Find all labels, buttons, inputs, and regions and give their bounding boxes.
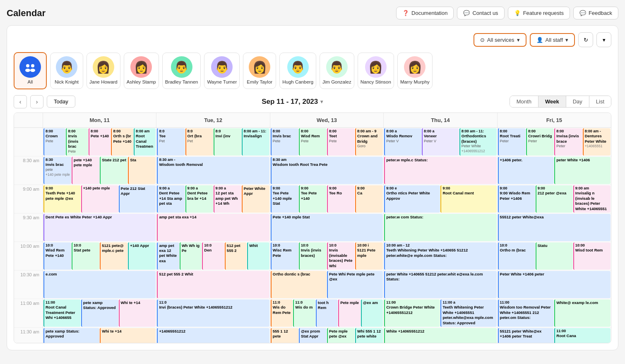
event-block[interactable]: Pete Whi Pete mple pete @ex: [327, 271, 383, 298]
event-block[interactable]: 9:00 amInvisalig n (invisab le braces) P…: [573, 185, 611, 213]
event-block[interactable]: 9:00 aDent Petee +14 Sta amp pet sta: [157, 185, 185, 213]
staff-item-hugh-canberg[interactable]: 👨Hugh Canberg: [279, 53, 316, 89]
event-block[interactable]: 8:00 Pete +140: [89, 128, 111, 156]
event-block[interactable]: 11:0Wis do m: [293, 299, 315, 327]
event-block[interactable]: Pete mple pete @ex: [327, 328, 355, 343]
event-block[interactable]: 8:00 Root Treati Peter: [498, 128, 526, 156]
view-btn-list[interactable]: List: [589, 96, 611, 107]
prev-button[interactable]: ‹: [14, 95, 27, 108]
next-button[interactable]: ›: [30, 95, 43, 108]
event-block[interactable]: Peter White Appr: [242, 185, 269, 213]
event-block[interactable]: 9:00Tee Pete +140 mple Stat: [271, 185, 298, 213]
event-block[interactable]: Pete 212 Stat Appr: [119, 185, 156, 213]
event-block[interactable]: 10:0Stat pete: [72, 242, 99, 270]
event-block[interactable]: @ex am: [361, 299, 383, 327]
staff-item-nick-knight[interactable]: 👨Nick Knight: [50, 53, 83, 89]
event-block[interactable]: 10:0Ortho m (brac: [498, 242, 535, 270]
event-block[interactable]: 8:00 Wisd Rem Pete: [299, 128, 327, 156]
feature-requests-button[interactable]: 💡 Feature requests: [508, 7, 570, 19]
event-block[interactable]: 11:00 aTeeth Whitening Peter White +1406…: [440, 299, 496, 327]
event-block[interactable]: amp pet sta exa +14: [157, 214, 269, 241]
event-block[interactable]: 10:0Invis (invis braces): [299, 242, 327, 270]
staff-item-marry-murphy[interactable]: 👩Marry Murphy: [397, 53, 433, 89]
event-block[interactable]: 8:00 a Veneer Peter V: [422, 128, 459, 156]
event-block[interactable]: 8:30Invis bracpete+140 pete mple: [43, 157, 71, 184]
event-block[interactable]: pete +140 pete mple: [72, 157, 99, 184]
staff-item-emily-taylor[interactable]: 👩Emily Taylor: [243, 53, 276, 89]
event-block[interactable]: State 212 pet: [100, 157, 127, 184]
event-block[interactable]: 9:00Ca: [355, 185, 383, 213]
event-block[interactable]: +14065551212: [157, 328, 269, 343]
event-block[interactable]: 8:0 Tee Pet: [157, 128, 185, 156]
event-block[interactable]: 8:00 Orth s (br Pete +140: [111, 128, 133, 156]
event-block[interactable]: 8:30 am Wisdom tooth Root Trea Pete: [271, 157, 383, 184]
event-block[interactable]: 55121 peter White@ex +1406 peter Treat: [498, 328, 554, 343]
event-block[interactable]: e.com: [43, 271, 156, 298]
event-block[interactable]: 10:0Wisc Rem Pete: [271, 242, 298, 270]
event-block[interactable]: 8:00 am - 9 Crown and Bridg Gorо: [355, 128, 383, 156]
staff-item-wayne-turner[interactable]: 👨Wayne Turner: [204, 53, 240, 89]
event-block[interactable]: 8:00 am - 11: Orthodontics (braces) Pete…: [459, 128, 497, 156]
contact-us-button[interactable]: 💬 Contact us: [457, 7, 504, 19]
event-block[interactable]: 8:00 am - 11: Invisalign: [242, 128, 269, 156]
event-block[interactable]: peter White +140655 51212 peter.whit e@e…: [384, 271, 496, 298]
event-block[interactable]: @ex prom Stat Appr: [299, 328, 327, 343]
event-block[interactable]: 10:00 am - 12Teeth Whitening Peter White…: [384, 242, 496, 270]
event-block[interactable]: 9:00 a12 pet sta amp pet Wh +14 Wh: [214, 185, 241, 213]
event-block[interactable]: Whi 555 1 12 pete white: [355, 328, 383, 343]
event-block[interactable]: 8:00 Crown Pete: [43, 128, 65, 156]
view-btn-week[interactable]: Week: [538, 96, 566, 107]
event-block[interactable]: 9:00Teeth Pete +140 pete mple @ex: [43, 185, 81, 213]
staff-item-all[interactable]: All: [14, 52, 47, 89]
all-staff-button[interactable]: 👤 All staff ▾: [530, 33, 575, 47]
all-services-button[interactable]: ⊙ All services ▾: [474, 33, 526, 47]
event-block[interactable]: 512 pet 555 2 Whit: [157, 271, 269, 298]
view-btn-month[interactable]: Month: [510, 96, 538, 107]
event-block[interactable]: 8:00 a Wisdо Remov Peter V: [384, 128, 421, 156]
event-block[interactable]: 9:00 aDent Petee bra br +14: [185, 185, 213, 213]
event-block[interactable]: 55512 peter White@exa: [498, 214, 611, 241]
event-block[interactable]: Peter White +1406 peter: [498, 271, 611, 298]
today-button[interactable]: Today: [47, 96, 75, 108]
event-block[interactable]: 9:00 eOrtho ntics Peter White Approv: [384, 185, 440, 213]
event-block[interactable]: 512 pet 555 2: [225, 242, 247, 270]
staff-item-ashley-stamp[interactable]: 👩Ashley Stamp: [124, 53, 159, 89]
view-btn-day[interactable]: Day: [566, 96, 589, 107]
event-block[interactable]: peter.w mple.c Status:: [384, 157, 496, 184]
event-block[interactable]: 10:00Wisd toot Rem: [573, 242, 611, 270]
event-block[interactable]: Whit: [247, 242, 269, 270]
event-block[interactable]: toot h Rem: [316, 299, 338, 327]
staff-item-jane-howard[interactable]: 👩Jane Howard: [87, 53, 120, 89]
event-block[interactable]: 8:00 Invis (invis brac Pete: [66, 128, 88, 156]
event-block[interactable]: Wh Wh ig Pe: [180, 242, 202, 270]
event-block[interactable]: 9:009:00 Wisdo Rem Peter +1406: [498, 185, 535, 213]
event-block[interactable]: 11:00Wisdom too Removal Peter White +140…: [498, 299, 554, 327]
event-block[interactable]: White +14065551212: [384, 328, 496, 343]
event-block[interactable]: +140 Appr: [128, 242, 156, 270]
event-block[interactable]: 9:00Tee Ro: [327, 185, 355, 213]
event-block[interactable]: 11:00Root Cana: [554, 328, 611, 343]
event-block[interactable]: 11:00Root Canal Treatment Peter Whi +140…: [43, 299, 81, 327]
event-block[interactable]: 8:00 Crowri Bridg Peter: [526, 128, 554, 156]
event-block[interactable]: 10:0Wisd Rem Pete +140: [43, 242, 71, 270]
event-block[interactable]: 10:0Den: [202, 242, 224, 270]
event-block[interactable]: 9:00Root Canal ment: [440, 185, 496, 213]
event-block[interactable]: 8:00 am Root Canal Treatmen: [134, 128, 156, 156]
event-block[interactable]: amp pet exa 12 pet White exa: [157, 242, 179, 270]
event-block[interactable]: 8:00 Invis brac Pete: [271, 128, 298, 156]
more-button[interactable]: ▾: [596, 32, 611, 47]
event-block[interactable]: +140 pete mple: [81, 185, 118, 213]
event-block[interactable]: 11:0Wis do Rem Pete: [271, 299, 293, 327]
event-block[interactable]: Dent Pete es White Peter +140 Appr: [43, 214, 156, 241]
event-block[interactable]: peter.w com Status:: [384, 214, 496, 241]
feedback-button[interactable]: 💬 Feedback: [573, 7, 618, 19]
event-block[interactable]: Ortho dontic s (brac: [271, 271, 327, 298]
event-block[interactable]: +1406 peter.: [498, 157, 554, 184]
event-block[interactable]: peter White +1406: [554, 157, 611, 184]
event-block[interactable]: Pete mple: [338, 299, 360, 327]
event-block[interactable]: 5121 pete@ mple.c pete: [100, 242, 127, 270]
event-block[interactable]: 11:00Crown Bridge Peter White +140655512…: [384, 299, 440, 327]
staff-item-nancy-stinson[interactable]: 👩Nancy Stinson: [358, 53, 394, 89]
staff-item-jim-gonzalez[interactable]: 👨Jim Gonzalez: [320, 53, 354, 89]
event-block[interactable]: 8:0 Ort (bra Pet: [185, 128, 213, 156]
